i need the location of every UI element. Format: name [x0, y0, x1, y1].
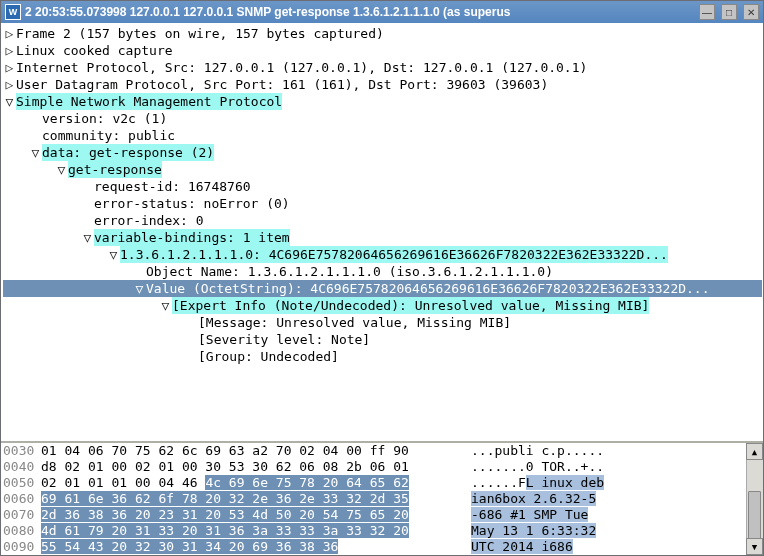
hex-ascii: .......0 TOR..+.. — [471, 459, 604, 475]
hex-bytes: 02 01 01 01 00 04 46 4c 69 6e 75 78 20 6… — [41, 475, 471, 491]
hex-row[interactable]: 0030 01 04 06 70 75 62 6c 69 63 a2 70 02… — [1, 443, 746, 459]
collapse-icon[interactable] — [55, 161, 68, 178]
collapse-icon[interactable] — [29, 144, 42, 161]
tree-row-expert-info[interactable]: [Expert Info (Note/Undecoded): Unresolve… — [3, 297, 762, 314]
hex-bytes: 4d 61 79 20 31 33 20 31 36 3a 33 33 3a 3… — [41, 523, 471, 539]
tree-row-version[interactable]: version: v2c (1) — [3, 110, 762, 127]
tree-row-ip[interactable]: Internet Protocol, Src: 127.0.0.1 (127.0… — [3, 59, 762, 76]
row-text: Internet Protocol, Src: 127.0.0.1 (127.0… — [16, 59, 587, 76]
minimize-button[interactable]: — — [699, 4, 715, 20]
hex-offset: 0060 — [3, 491, 41, 507]
hex-row[interactable]: 0040 d8 02 01 00 02 01 00 30 53 30 62 06… — [1, 459, 746, 475]
hex-offset: 0040 — [3, 459, 41, 475]
row-text: [Message: Unresolved value, Missing MIB] — [198, 314, 511, 331]
title-bar: W 2 20:53:55.073998 127.0.0.1 127.0.0.1 … — [1, 1, 763, 23]
tree-row-value-selected[interactable]: Value (OctetString): 4C696E7578206465626… — [3, 280, 762, 297]
hex-bytes: 55 54 43 20 32 30 31 34 20 69 36 38 36 — [41, 539, 471, 555]
hex-offset: 0030 — [3, 443, 41, 459]
scroll-thumb[interactable] — [748, 491, 761, 539]
row-text: error-status: noError (0) — [94, 195, 290, 212]
hex-bytes: d8 02 01 00 02 01 00 30 53 30 62 06 08 2… — [41, 459, 471, 475]
hex-bytes: 2d 36 38 36 20 23 31 20 53 4d 50 20 54 7… — [41, 507, 471, 523]
hex-row[interactable]: 0050 02 01 01 01 00 04 46 4c 69 6e 75 78… — [1, 475, 746, 491]
row-text: Simple Network Management Protocol — [16, 93, 282, 110]
tree-row-oid[interactable]: 1.3.6.1.2.1.1.1.0: 4C696E757820646562696… — [3, 246, 762, 263]
hex-offset: 0080 — [3, 523, 41, 539]
window-title: 2 20:53:55.073998 127.0.0.1 127.0.0.1 SN… — [25, 5, 693, 19]
expand-icon[interactable] — [3, 25, 16, 42]
row-text: [Severity level: Note] — [198, 331, 370, 348]
tree-row-udp[interactable]: User Datagram Protocol, Src Port: 161 (1… — [3, 76, 762, 93]
row-text: [Group: Undecoded] — [198, 348, 339, 365]
maximize-button[interactable]: □ — [721, 4, 737, 20]
hex-scrollbar[interactable]: ▲ ▼ — [746, 443, 763, 555]
app-icon: W — [5, 4, 21, 20]
row-text: Object Name: 1.3.6.1.2.1.1.1.0 (iso.3.6.… — [146, 263, 553, 280]
row-text: community: public — [42, 127, 175, 144]
hex-row[interactable]: 0080 4d 61 79 20 31 33 20 31 36 3a 33 33… — [1, 523, 746, 539]
tree-row-expert-severity[interactable]: [Severity level: Note] — [3, 331, 762, 348]
tree-row-error-status[interactable]: error-status: noError (0) — [3, 195, 762, 212]
hex-bytes: 69 61 6e 36 62 6f 78 20 32 2e 36 2e 33 3… — [41, 491, 471, 507]
collapse-icon[interactable] — [159, 297, 172, 314]
packet-bytes-pane[interactable]: 0030 01 04 06 70 75 62 6c 69 63 a2 70 02… — [1, 441, 763, 555]
scroll-down-button[interactable]: ▼ — [746, 538, 763, 555]
tree-row-snmp[interactable]: Simple Network Management Protocol — [3, 93, 762, 110]
tree-row-linux-cooked[interactable]: Linux cooked capture — [3, 42, 762, 59]
row-text: error-index: 0 — [94, 212, 204, 229]
row-text: version: v2c (1) — [42, 110, 167, 127]
tree-row-frame[interactable]: Frame 2 (157 bytes on wire, 157 bytes ca… — [3, 25, 762, 42]
row-text: Frame 2 (157 bytes on wire, 157 bytes ca… — [16, 25, 384, 42]
collapse-icon[interactable] — [81, 229, 94, 246]
scroll-up-button[interactable]: ▲ — [746, 443, 763, 460]
row-text: Expert Info (Note/Undecoded): Unresolved… — [180, 298, 642, 313]
row-text: Value (OctetString): 4C696E7578206465626… — [146, 280, 710, 297]
collapse-icon[interactable] — [3, 93, 16, 110]
hex-ascii: -686 #1 SMP Tue — [471, 507, 588, 523]
tree-row-object-name[interactable]: Object Name: 1.3.6.1.2.1.1.1.0 (iso.3.6.… — [3, 263, 762, 280]
expand-icon[interactable] — [3, 42, 16, 59]
hex-row[interactable]: 0090 55 54 43 20 32 30 31 34 20 69 36 38… — [1, 539, 746, 555]
hex-row[interactable]: 0070 2d 36 38 36 20 23 31 20 53 4d 50 20… — [1, 507, 746, 523]
row-text: User Datagram Protocol, Src Port: 161 (1… — [16, 76, 548, 93]
hex-ascii: ...publi c.p..... — [471, 443, 604, 459]
expand-icon[interactable] — [3, 59, 16, 76]
hex-row[interactable]: 0060 69 61 6e 36 62 6f 78 20 32 2e 36 2e… — [1, 491, 746, 507]
row-text: request-id: 16748760 — [94, 178, 251, 195]
row-text: variable-bindings: 1 item — [94, 229, 290, 246]
hex-bytes: 01 04 06 70 75 62 6c 69 63 a2 70 02 04 0… — [41, 443, 471, 459]
hex-offset: 0050 — [3, 475, 41, 491]
tree-row-error-index[interactable]: error-index: 0 — [3, 212, 762, 229]
packet-details-tree[interactable]: Frame 2 (157 bytes on wire, 157 bytes ca… — [1, 23, 763, 441]
tree-row-request-id[interactable]: request-id: 16748760 — [3, 178, 762, 195]
hex-ascii: ......FL inux deb — [471, 475, 604, 491]
tree-row-expert-group[interactable]: [Group: Undecoded] — [3, 348, 762, 365]
collapse-icon[interactable] — [107, 246, 120, 263]
hex-offset: 0070 — [3, 507, 41, 523]
hex-ascii: UTC 2014 i686 — [471, 539, 573, 555]
tree-row-expert-message[interactable]: [Message: Unresolved value, Missing MIB] — [3, 314, 762, 331]
hex-ascii: ian6box 2.6.32-5 — [471, 491, 596, 507]
expand-icon[interactable] — [3, 76, 16, 93]
row-text: 1.3.6.1.2.1.1.1.0: 4C696E757820646562696… — [120, 246, 668, 263]
tree-row-community[interactable]: community: public — [3, 127, 762, 144]
row-text: Linux cooked capture — [16, 42, 173, 59]
tree-row-data[interactable]: data: get-response (2) — [3, 144, 762, 161]
row-text: get-response — [68, 161, 162, 178]
collapse-icon[interactable] — [133, 280, 146, 297]
tree-row-variable-bindings[interactable]: variable-bindings: 1 item — [3, 229, 762, 246]
hex-ascii: May 13 1 6:33:32 — [471, 523, 596, 539]
hex-offset: 0090 — [3, 539, 41, 555]
row-text: data: get-response (2) — [42, 144, 214, 161]
tree-row-get-response[interactable]: get-response — [3, 161, 762, 178]
close-button[interactable]: ✕ — [743, 4, 759, 20]
